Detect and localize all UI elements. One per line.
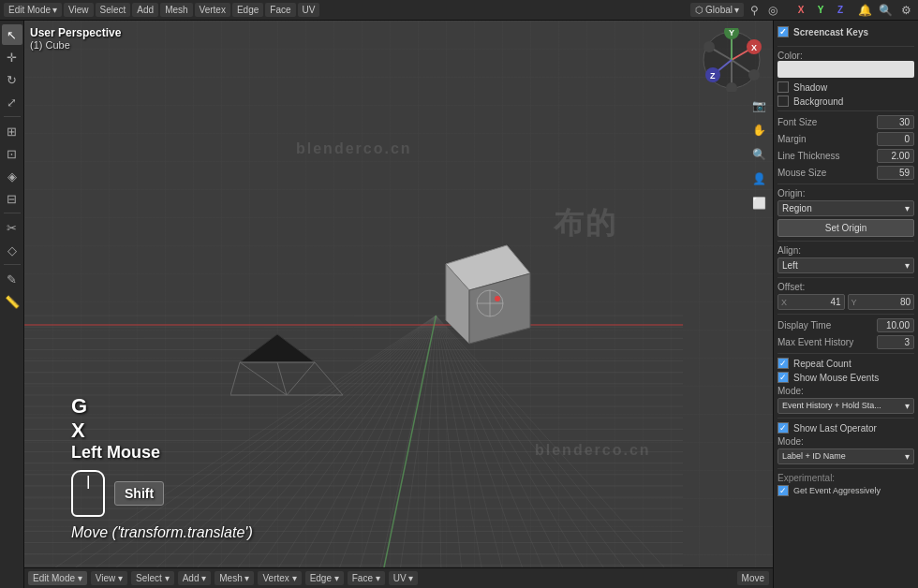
tool-loop-cut[interactable]: ⊟: [2, 188, 22, 209]
origin-dropdown[interactable]: Region ▾: [777, 200, 914, 216]
margin-input[interactable]: [877, 132, 914, 146]
viewport-select-btn[interactable]: Select ▾: [131, 571, 174, 585]
mouse-icon: [71, 470, 105, 517]
vp-icon-person[interactable]: 👤: [748, 169, 769, 189]
svg-point-21: [703, 41, 715, 52]
proportional-toggle[interactable]: ◎: [764, 2, 781, 19]
tool-annotate[interactable]: ✎: [2, 269, 22, 289]
mode-chevron: ▾: [905, 401, 910, 411]
max-event-row: Max Event History: [777, 335, 914, 349]
top-bar: Edit Mode ▾ View Select Add Mesh Vertex …: [0, 0, 918, 21]
show-last-label: Show Last Operator: [793, 423, 877, 434]
viewport-mode-btn[interactable]: Edit Mode ▾: [28, 571, 87, 585]
topbar-uv[interactable]: UV: [298, 3, 320, 17]
header-icon3[interactable]: ⚙: [897, 2, 914, 19]
bottom-info: G X Left Mouse Shift Move ('transform.tr…: [71, 394, 253, 541]
svg-line-14: [240, 362, 287, 395]
line-thickness-row: Line Thickness: [777, 149, 914, 163]
topbar-vertex[interactable]: Vertex: [195, 3, 230, 17]
topbar-select[interactable]: Select: [96, 3, 131, 17]
divider7: [777, 353, 914, 354]
key-x: X: [71, 419, 253, 443]
snap-toggle[interactable]: ⚲: [746, 2, 763, 19]
get-event-label: Get Event Aggressively: [793, 486, 881, 495]
background-checkbox[interactable]: [777, 96, 789, 107]
mode-dropdown[interactable]: Event History + Hold Sta... ▾: [777, 398, 914, 414]
vp-icon-hand[interactable]: ✋: [748, 120, 769, 140]
color-label: Color:: [777, 51, 914, 61]
svg-line-15: [287, 362, 315, 395]
font-size-input[interactable]: [877, 115, 914, 129]
navigation-gizmo[interactable]: X Y Z: [700, 28, 763, 94]
screencast-checkbox[interactable]: ✓: [777, 26, 789, 37]
viewport-vertex-btn[interactable]: Vertex ▾: [258, 571, 301, 585]
offset-y-field[interactable]: Y 80: [848, 294, 915, 310]
svg-line-10: [230, 362, 240, 395]
viewport-edge-btn[interactable]: Edge ▾: [305, 571, 344, 585]
viewport-view-btn[interactable]: View ▾: [91, 571, 127, 585]
color-swatch[interactable]: [777, 61, 914, 78]
mode-selector[interactable]: Edit Mode ▾: [4, 3, 62, 17]
xyz-z[interactable]: Z: [832, 2, 849, 19]
topbar-add[interactable]: Add: [132, 3, 158, 17]
display-time-input[interactable]: [877, 318, 914, 332]
screencast-keys-row: ✓ Screencast Keys: [777, 26, 914, 37]
tool-inset[interactable]: ⊡: [2, 143, 22, 164]
viewport[interactable]: User Perspective (1) Cube blenderco.cn 布…: [24, 21, 773, 588]
shadow-checkbox[interactable]: [777, 81, 789, 93]
background-row: Background: [777, 96, 914, 107]
offset-x-field[interactable]: X 41: [777, 294, 845, 310]
show-mouse-checkbox[interactable]: ✓: [777, 372, 789, 383]
svg-text:Y: Y: [729, 28, 734, 37]
viewport-uv-btn[interactable]: UV ▾: [389, 571, 419, 585]
vp-icon-camera[interactable]: 📷: [748, 96, 769, 116]
origin-value: Region: [782, 203, 812, 213]
tool-cursor[interactable]: ↖: [2, 24, 22, 45]
margin-label: Margin: [777, 134, 875, 144]
vp-icon-table[interactable]: ⬜: [748, 193, 769, 213]
set-origin-btn[interactable]: Set Origin: [777, 219, 914, 237]
align-dropdown[interactable]: Left ▾: [777, 257, 914, 273]
vp-icon-zoom[interactable]: 🔍: [748, 144, 769, 165]
transform-orientation[interactable]: ⬡ Global ▾: [690, 3, 744, 17]
xyz-y[interactable]: Y: [812, 2, 829, 19]
tool-extrude[interactable]: ⊞: [2, 121, 22, 141]
mode2-label-panel: Mode:: [777, 436, 914, 447]
topbar-edge[interactable]: Edge: [232, 3, 263, 17]
tool-bevel[interactable]: ◈: [2, 166, 22, 186]
screencast-label: Screencast Keys: [793, 27, 868, 37]
key-g: G: [71, 394, 253, 419]
key-lmouse: Left Mouse: [71, 443, 253, 463]
mode2-value: Label + ID Name: [782, 451, 846, 462]
tool-move[interactable]: ✛: [2, 47, 22, 67]
repeat-checkbox[interactable]: ✓: [777, 358, 789, 369]
topbar-face[interactable]: Face: [265, 3, 295, 17]
topbar-mesh[interactable]: Mesh: [160, 3, 192, 17]
background-label: Background: [793, 96, 843, 107]
divider8: [777, 418, 914, 419]
tool-poly-build[interactable]: ◇: [2, 240, 22, 260]
divider4: [777, 241, 914, 242]
max-event-input[interactable]: [877, 335, 914, 349]
header-icon2[interactable]: 🔍: [877, 2, 894, 19]
svg-line-13: [277, 362, 287, 395]
show-last-checkbox[interactable]: ✓: [777, 422, 789, 434]
mode2-dropdown[interactable]: Label + ID Name ▾: [777, 448, 914, 464]
viewport-face-btn[interactable]: Face ▾: [348, 571, 385, 585]
orientation-chevron: ▾: [734, 5, 739, 15]
get-event-checkbox[interactable]: ✓: [777, 485, 789, 496]
xyz-x[interactable]: X: [792, 2, 809, 19]
header-icon1[interactable]: 🔔: [856, 2, 873, 19]
viewport-mesh-btn[interactable]: Mesh ▾: [215, 571, 254, 585]
svg-point-6: [495, 296, 500, 301]
topbar-view[interactable]: View: [64, 3, 94, 17]
mouse-size-input[interactable]: [877, 166, 914, 180]
tool-knife[interactable]: ✂: [2, 217, 22, 238]
tool-measure[interactable]: 📏: [2, 291, 22, 312]
svg-text:X: X: [751, 43, 757, 52]
tool-scale[interactable]: ⤢: [2, 92, 22, 112]
viewport-add-btn[interactable]: Add ▾: [178, 571, 212, 585]
viewport-move-btn[interactable]: Move: [737, 571, 769, 585]
line-thickness-input[interactable]: [877, 149, 914, 163]
tool-rotate[interactable]: ↻: [2, 69, 22, 90]
